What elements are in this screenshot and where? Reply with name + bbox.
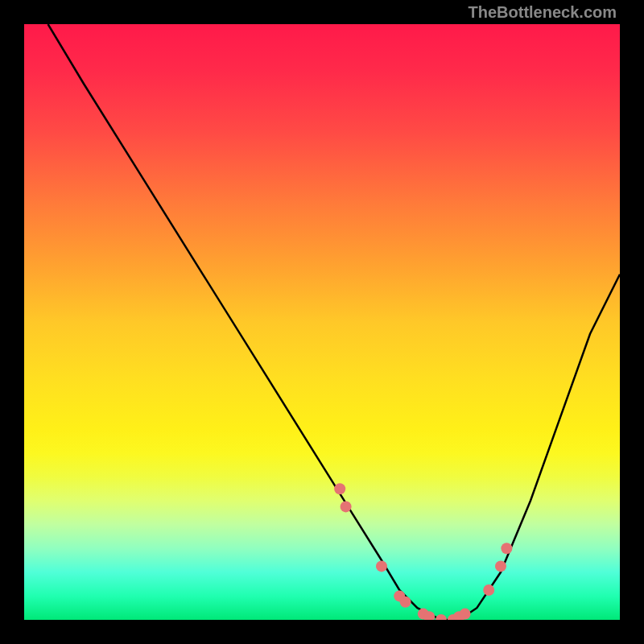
watermark-text: TheBottleneck.com [469,3,617,22]
bottleneck-curve [48,24,620,620]
marker-point [400,597,411,608]
marker-point [483,584,494,596]
highlight-markers [334,483,512,620]
chart-container: TheBottleneck.com [0,0,644,644]
marker-point [495,560,506,572]
marker-point [460,609,471,620]
curve-svg [24,24,620,620]
curve-line [48,24,620,620]
marker-point [501,543,512,554]
marker-point [334,483,345,494]
marker-point [376,560,387,572]
marker-point [436,614,447,620]
plot-area [24,24,620,620]
marker-point [341,501,352,512]
